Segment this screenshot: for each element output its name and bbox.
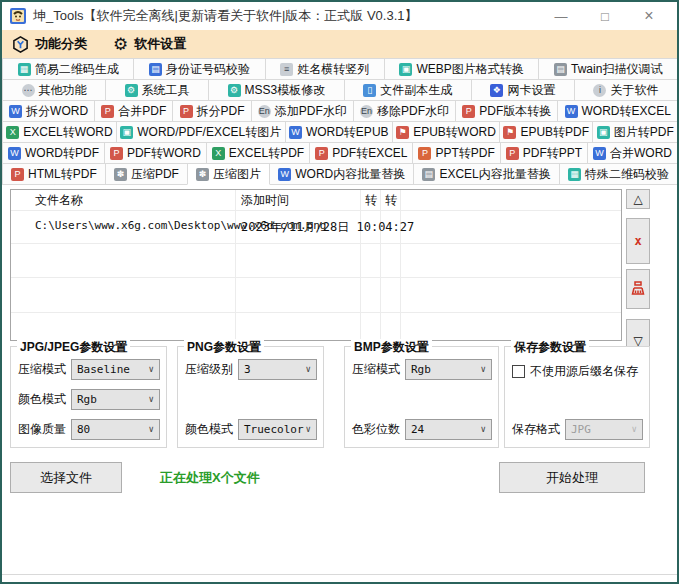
toolbar-button[interactable]: ▦特殊二维码校验 <box>559 163 678 185</box>
toolbar-button[interactable]: PPDF转PPT <box>500 142 588 164</box>
word-merge-icon: W <box>593 147 606 160</box>
toolbar-button[interactable]: ≡姓名横转竖列 <box>265 58 385 80</box>
toolbar-button[interactable]: ⚑EPUB转WORD <box>392 121 500 143</box>
toolbar-button[interactable]: ⚑EPUB转PDF <box>499 121 593 143</box>
toolbar-button-label: 压缩图片 <box>213 168 261 180</box>
row-divider <box>11 210 621 211</box>
keep-extension-checkbox[interactable] <box>512 365 525 378</box>
dropdown-enabled[interactable]: 3∨ <box>238 359 317 380</box>
toolbar-button[interactable]: ▣WORD/PDF/EXCEL转图片 <box>116 121 286 143</box>
toolbar-button[interactable]: W拆分WORD <box>2 100 95 122</box>
close-button[interactable]: × <box>627 2 671 30</box>
move-up-button[interactable]: △ <box>626 189 650 209</box>
toolbar-button[interactable]: WWORD转EPUB <box>285 121 393 143</box>
toolbar-button[interactable]: XEXCEL转PDF <box>206 142 310 164</box>
dropdown-enabled[interactable]: Rgb∨ <box>71 389 160 410</box>
toolbar-button[interactable]: PPDF转WORD <box>104 142 207 164</box>
toolbar-button[interactable]: XEXCEL转WORD <box>2 121 117 143</box>
pdf-split-icon: P <box>180 105 193 118</box>
chevron-down-icon: ∨ <box>149 394 154 404</box>
toolbar-button[interactable]: ⚙MSS3模板修改 <box>208 79 345 101</box>
toolbar-button-label: 合并PDF <box>118 105 166 117</box>
toolbar-button[interactable]: ▣图片转PDF <box>592 121 678 143</box>
column-header-added-time[interactable]: 添加时间 <box>241 190 289 210</box>
menu-item-categories[interactable]: 功能分类 <box>12 35 87 53</box>
clear-list-button[interactable] <box>626 269 650 309</box>
toolbar-button[interactable]: P合并PDF <box>94 100 173 122</box>
dropdown-enabled[interactable]: Truecolor∨ <box>238 419 317 440</box>
toolbar-button-label: 移除PDF水印 <box>377 105 449 117</box>
toolbar-button[interactable]: PPDF版本转换 <box>455 100 558 122</box>
setting-label: 图像质量 <box>18 421 66 438</box>
toolbar-button[interactable]: WWORD转EXCEL <box>557 100 678 122</box>
start-processing-button[interactable]: 开始处理 <box>499 462 645 493</box>
minimize-button[interactable]: — <box>539 2 583 30</box>
dropdown-enabled[interactable]: Rgb∨ <box>405 359 492 380</box>
toolbar-button[interactable]: WWORD内容批量替换 <box>269 163 414 185</box>
toolbar-button-label: 其他功能 <box>39 84 87 96</box>
toolbar-button-label: WORD/PDF/EXCEL转图片 <box>137 126 281 138</box>
compress-image-icon: ✽ <box>196 168 209 181</box>
ppt-to-pdf-icon: P <box>418 147 431 160</box>
dropdown-value: 3 <box>244 363 251 376</box>
toolbar-button-label: EPUB转PDF <box>520 126 589 138</box>
toolbar-button[interactable]: PPPT转PDF <box>412 142 500 164</box>
toolbar-button[interactable]: ⚙系统工具 <box>105 79 209 101</box>
more-functions-icon: ⋯ <box>22 84 35 97</box>
toolbar-button[interactable]: ✽压缩PDF <box>105 163 188 185</box>
toolbar-button[interactable]: ❖网卡设置 <box>471 79 575 101</box>
toolbar-button[interactable]: i关于软件 <box>574 79 678 101</box>
dropdown-enabled[interactable]: Baseline∨ <box>71 359 160 380</box>
dropdown-enabled[interactable]: 24∨ <box>405 419 492 440</box>
toolbar-button[interactable]: ▤身份证号码校验 <box>133 58 265 80</box>
checkbox-row[interactable]: 不使用源后缀名保存 <box>512 360 643 382</box>
toolbar-button[interactable]: En添加PDF水印 <box>251 100 354 122</box>
chevron-down-icon: ∨ <box>306 364 311 374</box>
toolbar-button[interactable]: ⋯其他功能 <box>2 79 106 101</box>
toolbar-button[interactable]: W合并WORD <box>587 142 678 164</box>
setting-row: 颜色模式Rgb∨ <box>18 388 160 410</box>
triangle-up-icon: △ <box>633 192 642 206</box>
toolbar-button[interactable]: WWORD转PDF <box>2 142 105 164</box>
toolbar-button-label: 系统工具 <box>142 84 190 96</box>
setting-row: 保存格式JPG∨ <box>512 418 643 440</box>
excel-to-pdf-icon: X <box>212 147 225 160</box>
toolbar-button[interactable]: P拆分PDF <box>172 100 251 122</box>
template-edit-gear-icon: ⚙ <box>228 84 241 97</box>
settings-gear-icon: ⚙ <box>113 36 128 53</box>
info-icon: i <box>593 84 606 97</box>
dropdown-value: Rgb <box>77 393 97 406</box>
toolbar-button[interactable]: En移除PDF水印 <box>353 100 456 122</box>
column-header-filename[interactable]: 文件名称 <box>35 190 83 210</box>
toolbar-button[interactable]: ▣WEBP图片格式转换 <box>384 58 540 80</box>
column-header-convert2[interactable]: 转 <box>383 190 399 210</box>
dropdown-enabled[interactable]: 80∨ <box>71 419 160 440</box>
toolbar-button-label: PPT转PDF <box>435 147 494 159</box>
select-files-button[interactable]: 选择文件 <box>10 462 122 493</box>
toolbar-button[interactable]: ▯文件副本生成 <box>344 79 472 101</box>
toolbar-button[interactable]: PHTML转PDF <box>2 163 106 185</box>
toolbar-button-label: Twain扫描仪调试 <box>571 63 662 75</box>
row-divider <box>11 277 621 278</box>
remove-file-button[interactable]: x <box>626 218 650 264</box>
toolbar-button-label: 压缩PDF <box>131 168 179 180</box>
column-header-convert1[interactable]: 转 <box>363 190 379 210</box>
excel-to-word-icon: X <box>6 126 19 139</box>
toolbar-button[interactable]: ▤Twain扫描仪调试 <box>538 58 678 80</box>
maximize-button[interactable]: □ <box>583 2 627 30</box>
toolbar-button[interactable]: PPDF转EXCEL <box>309 142 413 164</box>
toolbar-button[interactable]: ▦简易二维码生成 <box>2 58 134 80</box>
dropdown-value: 80 <box>77 423 90 436</box>
watermark-remove-icon: En <box>360 105 373 118</box>
toolbar-button[interactable]: ✽压缩图片 <box>187 163 270 185</box>
special-qr-icon: ▦ <box>568 168 581 181</box>
file-list-table[interactable]: 文件名称 添加时间 转 转 C:\Users\www.x6g.com\Deskt… <box>10 189 622 341</box>
setting-label: 压缩模式 <box>352 361 400 378</box>
toolbar-button[interactable]: ▤EXCEL内容批量替换 <box>413 163 560 185</box>
settings-group: JPG/JPEG参数设置压缩模式Baseline∨颜色模式Rgb∨图像质量80∨ <box>10 346 167 448</box>
dropdown-value: 24 <box>411 423 424 436</box>
toolbar-button-label: WORD转EXCEL <box>582 105 671 117</box>
menu-item-settings[interactable]: ⚙ 软件设置 <box>113 35 186 53</box>
bottom-divider <box>2 574 677 575</box>
category-hexagon-icon <box>12 36 29 53</box>
